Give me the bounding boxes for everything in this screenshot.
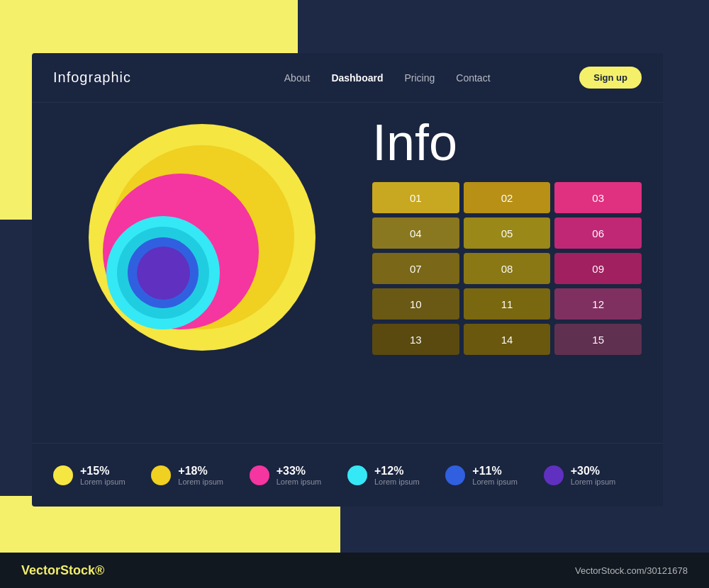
info-grid: 01 02 03 04 05 06 07 08 09 10 11 12 13 1… [372,182,642,355]
grid-cell-15[interactable]: 15 [554,324,642,355]
circles-visualization [53,117,351,358]
stat-item-1: +18% Lorem ipsum [151,465,249,486]
stat-text-3: +12% Lorem ipsum [374,465,420,486]
grid-cell-12[interactable]: 12 [554,288,642,320]
info-area: Info 01 02 03 04 05 06 07 08 09 10 11 12… [351,117,642,429]
stat-label-2: Lorem ipsum [277,477,322,486]
circle-purple [137,247,190,300]
stat-label-3: Lorem ipsum [374,477,420,486]
stat-label-4: Lorem ipsum [472,477,518,486]
stat-percent-0: +15% [80,465,125,477]
stat-percent-5: +30% [571,465,616,477]
nav: About Dashboard Pricing Contact [195,72,579,84]
stat-item-5: +30% Lorem ipsum [544,465,642,486]
nav-about[interactable]: About [284,72,311,84]
stat-item-0: +15% Lorem ipsum [53,465,151,486]
grid-cell-02[interactable]: 02 [464,182,551,213]
grid-cell-08[interactable]: 08 [464,253,551,284]
stat-label-0: Lorem ipsum [80,477,125,486]
header: Infographic About Dashboard Pricing Cont… [32,53,663,103]
stat-dot-0 [53,465,73,485]
nav-contact[interactable]: Contact [456,72,490,84]
footer: VectorStock® VectorStock.com/30121678 [0,553,709,588]
stat-percent-2: +33% [277,465,322,477]
grid-cell-10[interactable]: 10 [372,288,459,320]
footer-logo: VectorStock® [21,563,104,578]
stat-text-0: +15% Lorem ipsum [80,465,125,486]
stat-dot-1 [151,465,171,485]
grid-cell-01[interactable]: 01 [372,182,459,213]
footer-logo-text: VectorStock [21,563,95,577]
stats-bar: +15% Lorem ipsum +18% Lorem ipsum +33% L… [32,443,663,507]
stat-label-1: Lorem ipsum [178,477,223,486]
stat-dot-5 [544,465,564,485]
main-card: Infographic About Dashboard Pricing Cont… [32,53,663,507]
stat-percent-4: +11% [472,465,518,477]
grid-cell-14[interactable]: 14 [464,324,551,355]
grid-cell-11[interactable]: 11 [464,288,551,320]
grid-cell-03[interactable]: 03 [554,182,642,213]
grid-cell-06[interactable]: 06 [554,217,642,249]
grid-cell-05[interactable]: 05 [464,217,551,249]
footer-registered: ® [95,563,104,577]
stat-dot-4 [445,465,465,485]
stat-label-5: Lorem ipsum [571,477,616,486]
stat-dot-3 [347,465,367,485]
grid-cell-13[interactable]: 13 [372,324,459,355]
stat-item-2: +33% Lorem ipsum [250,465,347,486]
stat-text-2: +33% Lorem ipsum [277,465,322,486]
circle-container [82,117,323,358]
stat-item-4: +11% Lorem ipsum [445,465,543,486]
nav-pricing[interactable]: Pricing [405,72,435,84]
stat-text-4: +11% Lorem ipsum [472,465,518,486]
stat-item-3: +12% Lorem ipsum [347,465,445,486]
info-title: Info [372,117,642,168]
stat-dot-2 [250,465,269,485]
footer-url: VectorStock.com/30121678 [575,565,688,576]
nav-dashboard[interactable]: Dashboard [331,72,383,84]
logo: Infographic [53,69,195,86]
grid-cell-09[interactable]: 09 [554,253,642,284]
grid-cell-07[interactable]: 07 [372,253,459,284]
stat-text-1: +18% Lorem ipsum [178,465,223,486]
grid-cell-04[interactable]: 04 [372,217,459,249]
stat-percent-3: +12% [374,465,420,477]
stat-text-5: +30% Lorem ipsum [571,465,616,486]
content-area: Info 01 02 03 04 05 06 07 08 09 10 11 12… [32,103,663,443]
stat-percent-1: +18% [178,465,223,477]
signup-button[interactable]: Sign up [579,67,642,89]
